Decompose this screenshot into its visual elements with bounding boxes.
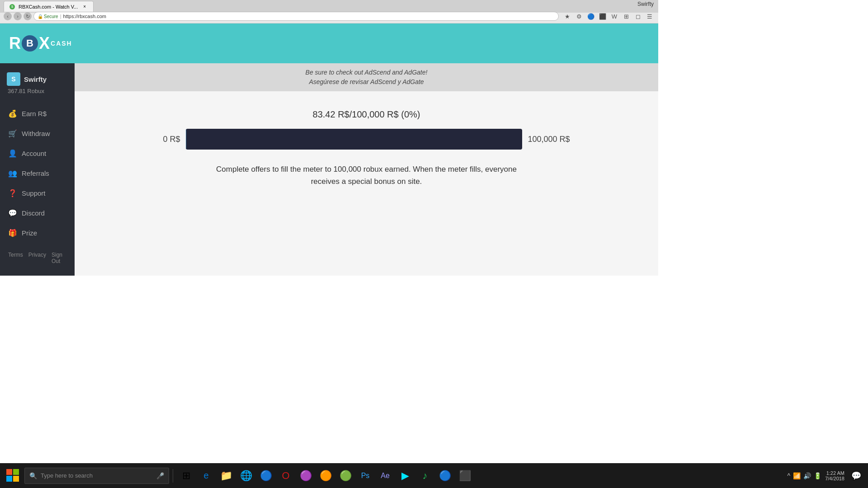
sidebar-item-account-label: Account: [22, 150, 46, 157]
tab-close-button[interactable]: ×: [81, 4, 88, 10]
browser-toolbar-extras: ★ ⚙ 🔵 ⬛ W ⊞ ◻ ☰: [562, 11, 655, 21]
ext4-icon[interactable]: W: [609, 11, 619, 21]
back-button[interactable]: ‹: [4, 12, 12, 20]
ext2-icon[interactable]: 🔵: [586, 11, 596, 21]
sidebar-item-earn[interactable]: 💰 Earn R$: [0, 103, 75, 123]
earn-icon: 💰: [8, 109, 17, 118]
nav-bar: ‹ › ↻ 🔒 Secure | https://rbxcash.com ★ ⚙…: [0, 11, 658, 21]
sidebar-item-prize-label: Prize: [22, 229, 37, 237]
bookmark-icon[interactable]: ★: [562, 11, 572, 21]
sidebar-item-account[interactable]: 👤 Account: [0, 143, 75, 163]
sidebar-item-support-label: Support: [22, 189, 46, 197]
content-area: 83.42 R$/100,000 R$ (0%) 0 R$ 100,000 R$…: [75, 91, 658, 276]
sidebar-item-withdraw[interactable]: 🛒 Withdraw: [0, 123, 75, 143]
progress-bar-fill: [186, 129, 186, 150]
tab-bar: $ RBXCash.com - Watch V... × Swirfty: [0, 0, 658, 13]
ext1-icon[interactable]: ⚙: [574, 11, 584, 21]
logo-r: R: [9, 34, 21, 53]
sidebar-item-support[interactable]: ❓ Support: [0, 183, 75, 203]
page-layout: S Swirfty 367.81 Robux 💰 Earn R$ 🛒 Withd…: [0, 63, 658, 276]
user-balance: 367.81 Robux: [7, 88, 68, 94]
sidebar-item-discord[interactable]: 💬 Discord: [0, 203, 75, 223]
ext5-icon[interactable]: ⊞: [621, 11, 631, 21]
url-text: https://rbxcash.com: [63, 14, 106, 19]
support-icon: ❓: [8, 188, 17, 197]
meter-start-value: 0 R$: [163, 135, 180, 144]
logo-text: R B X CASH: [9, 34, 72, 53]
active-tab[interactable]: $ RBXCash.com - Watch V... ×: [4, 1, 94, 12]
refresh-button[interactable]: ↻: [24, 12, 32, 20]
ext7-icon[interactable]: ☰: [645, 11, 655, 21]
meter-label: 83.42 R$/100,000 R$ (0%): [313, 109, 420, 120]
meter-desc-line1: Complete offers to fill the meter to 100…: [216, 165, 517, 174]
browser-chrome: $ RBXCash.com - Watch V... × Swirfty ‹ ›…: [0, 0, 658, 23]
account-icon: 👤: [8, 149, 17, 158]
privacy-link[interactable]: Privacy: [28, 252, 46, 264]
meter-description: Complete offers to fill the meter to 100…: [216, 163, 517, 188]
lock-icon: 🔒: [38, 14, 43, 19]
user-row: S Swirfty: [7, 72, 68, 86]
avatar: S: [7, 72, 20, 86]
tab-favicon: $: [9, 4, 15, 9]
sidebar-item-referrals[interactable]: 👥 Referrals: [0, 163, 75, 183]
announcement-line1: Be sure to check out AdScend and AdGate!: [79, 68, 654, 77]
logo-x: X: [39, 34, 50, 53]
sidebar-item-prize[interactable]: 🎁 Prize: [0, 223, 75, 243]
ext3-icon[interactable]: ⬛: [598, 11, 608, 21]
meter-end-value: 100,000 R$: [528, 135, 570, 144]
ext6-icon[interactable]: ◻: [633, 11, 643, 21]
sidebar-footer: Terms Privacy Sign Out: [0, 245, 75, 271]
signout-link[interactable]: Sign Out: [52, 252, 66, 264]
meter-desc-line2: receives a special bonus on site.: [311, 177, 422, 186]
forward-button[interactable]: ›: [14, 12, 22, 20]
address-divider: |: [60, 14, 61, 19]
sidebar-item-discord-label: Discord: [22, 209, 45, 217]
meter-row: 0 R$ 100,000 R$: [163, 129, 570, 150]
terms-link[interactable]: Terms: [8, 252, 23, 264]
address-bar[interactable]: 🔒 Secure | https://rbxcash.com: [33, 12, 559, 21]
sidebar-item-referrals-label: Referrals: [22, 169, 49, 177]
sidebar-item-withdraw-label: Withdraw: [22, 130, 50, 137]
secure-badge: 🔒 Secure: [38, 14, 58, 19]
logo-cash: CASH: [51, 40, 72, 47]
user-top-right-label: Swirfty: [637, 1, 654, 7]
discord-icon: 💬: [8, 208, 17, 217]
prize-icon: 🎁: [8, 228, 17, 237]
site-logo[interactable]: R B X CASH: [9, 34, 72, 53]
sidebar-item-earn-label: Earn R$: [22, 110, 47, 117]
sidebar: S Swirfty 367.81 Robux 💰 Earn R$ 🛒 Withd…: [0, 63, 75, 276]
main-content: Be sure to check out AdScend and AdGate!…: [75, 63, 658, 276]
announcement-line2: Asegúrese de revisar AdScend y AdGate: [79, 77, 654, 87]
username: Swirfty: [24, 75, 47, 83]
progress-bar-container: [186, 129, 523, 150]
logo-b: B: [22, 35, 38, 52]
tab-title: RBXCash.com - Watch V...: [19, 4, 78, 9]
announcement-banner: Be sure to check out AdScend and AdGate!…: [75, 63, 658, 91]
withdraw-icon: 🛒: [8, 129, 17, 138]
sidebar-nav: 💰 Earn R$ 🛒 Withdraw 👤 Account 👥 Referra…: [0, 101, 75, 245]
user-section: S Swirfty 367.81 Robux: [0, 68, 75, 101]
referrals-icon: 👥: [8, 169, 17, 178]
site-header: R B X CASH: [0, 23, 658, 63]
